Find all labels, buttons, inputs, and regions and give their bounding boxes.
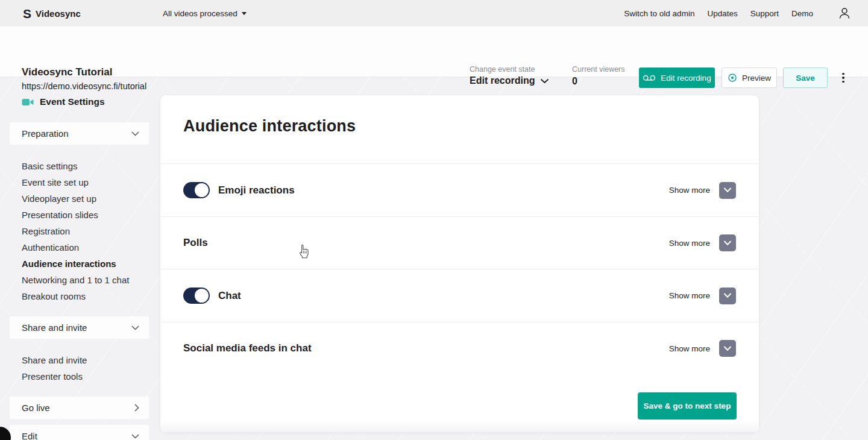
sidebar-section-preparation[interactable]: Preparation (10, 122, 149, 145)
section-edit-label: Edit (22, 431, 37, 440)
chevron-down-icon (723, 293, 732, 298)
preview-button[interactable]: Preview (722, 68, 777, 88)
app-window: S Videosync All videos processed Switch … (0, 0, 868, 440)
toggle-knob (195, 183, 209, 197)
expand-row-button[interactable] (719, 182, 736, 199)
top-bar: S Videosync All videos processed Switch … (0, 0, 868, 27)
polls-label: Polls (183, 237, 208, 249)
sidebar-title-label: Event Settings (40, 96, 105, 107)
sidebar-item-label: Registration (22, 226, 70, 236)
social-media-feeds-label: Social media feeds in chat (183, 342, 312, 354)
current-viewers-block: Current viewers 0 (572, 65, 625, 87)
chevron-down-icon (540, 78, 549, 84)
top-nav: Switch to old admin Updates Support Demo (624, 0, 851, 27)
chevron-down-icon (723, 240, 732, 246)
emoji-reactions-toggle[interactable] (183, 182, 210, 198)
chat-label: Chat (218, 290, 241, 302)
sidebar-item-label: Audience interactions (22, 259, 116, 269)
show-more-link[interactable]: Show more (669, 186, 710, 195)
videosync-logo[interactable]: S Videosync (23, 0, 81, 27)
event-state-label: Change event state (470, 65, 549, 74)
event-title: Videosync Tutorial (22, 66, 113, 78)
event-url[interactable]: https://demo.videosync.fi/tutorial (22, 81, 146, 91)
sidebar-item-share-and-invite[interactable]: Share and invite (22, 352, 87, 368)
sidebar-item-authentication[interactable]: Authentication (22, 239, 129, 256)
emoji-reactions-row: Emoji reactions Show more (160, 163, 759, 216)
sidebar-item-presenter-tools[interactable]: Presenter tools (22, 368, 87, 385)
sidebar-section-go-live[interactable]: Go live (10, 397, 149, 419)
sidebar-item-label: Event site set up (22, 177, 89, 187)
event-state-value: Edit recording (470, 75, 535, 86)
updates-link[interactable]: Updates (707, 9, 737, 18)
show-more-link[interactable]: Show more (669, 239, 710, 248)
chevron-down-icon (723, 187, 732, 193)
recording-icon (643, 75, 656, 81)
caret-down-icon (242, 12, 247, 15)
chevron-right-icon (134, 404, 139, 412)
section-golive-label: Go live (22, 403, 50, 413)
edit-recording-button[interactable]: Edit recording (639, 68, 715, 88)
sidebar-item-registration[interactable]: Registration (22, 223, 129, 239)
sidebar-item-audience-interactions[interactable]: Audience interactions (22, 256, 129, 272)
sidebar-item-label: Presenter tools (22, 371, 83, 382)
save-button-label: Save (796, 74, 815, 83)
preparation-items: Basic settings Event site set up Videopl… (22, 158, 129, 304)
expand-row-button[interactable] (719, 340, 736, 357)
videos-processed-dropdown[interactable]: All videos processed (163, 0, 247, 27)
expand-row-button[interactable] (719, 234, 736, 251)
toggle-knob (195, 289, 209, 303)
section-preparation-label: Preparation (22, 128, 69, 139)
save-next-step-button[interactable]: Save & go to next step (638, 392, 737, 420)
video-camera-icon (22, 98, 34, 107)
emoji-reactions-label: Emoji reactions (218, 184, 295, 196)
chevron-down-icon (723, 346, 732, 351)
event-header: Videosync Tutorial https://demo.videosyn… (0, 27, 868, 77)
chevron-down-icon (131, 131, 139, 136)
sidebar-title: Event Settings (22, 96, 105, 107)
current-viewers-label: Current viewers (572, 65, 625, 74)
expand-row-button[interactable] (719, 288, 736, 304)
sidebar-item-event-site-set-up[interactable]: Event site set up (22, 174, 129, 190)
sidebar-section-share-and-invite[interactable]: Share and invite (10, 316, 149, 339)
event-state-selector[interactable]: Edit recording (470, 75, 549, 86)
videosync-s-logo-icon: S (23, 7, 31, 20)
preview-button-label: Preview (742, 74, 771, 83)
user-account-button[interactable] (838, 7, 851, 20)
demo-link[interactable]: Demo (791, 9, 813, 18)
sidebar-item-networking-1to1-chat[interactable]: Networking and 1 to 1 chat (22, 272, 129, 288)
sidebar-section-edit[interactable]: Edit (10, 425, 149, 440)
videos-processed-label: All videos processed (163, 9, 237, 18)
show-more-link[interactable]: Show more (669, 291, 710, 300)
switch-to-old-admin-link[interactable]: Switch to old admin (624, 9, 694, 18)
support-link[interactable]: Support (750, 9, 779, 18)
social-media-feeds-row: Social media feeds in chat Show more (160, 322, 759, 374)
polls-row: Polls Show more (160, 216, 759, 269)
sidebar-item-label: Basic settings (22, 161, 78, 171)
preview-eye-icon (728, 73, 737, 83)
audience-interactions-panel: Audience interactions Emoji reactions Sh… (160, 95, 760, 433)
current-viewers-count: 0 (572, 76, 625, 87)
chevron-down-icon (131, 434, 139, 439)
page-title: Audience interactions (183, 117, 356, 136)
share-items: Share and invite Presenter tools (22, 352, 87, 385)
more-options-kebab-icon[interactable] (839, 71, 848, 85)
brand-name: Videosync (36, 8, 81, 19)
edit-recording-button-label: Edit recording (661, 74, 711, 83)
event-state-block: Change event state Edit recording (470, 65, 549, 86)
sidebar-item-label: Networking and 1 to 1 chat (22, 275, 129, 285)
sidebar-item-videoplayer-set-up[interactable]: Videoplayer set up (22, 190, 129, 207)
sidebar-item-label: Authentication (22, 242, 79, 253)
show-more-link[interactable]: Show more (669, 344, 710, 353)
sidebar-item-label: Videoplayer set up (22, 193, 96, 204)
sidebar-item-presentation-slides[interactable]: Presentation slides (22, 207, 129, 223)
chat-row: Chat Show more (160, 269, 759, 322)
sidebar-item-label: Share and invite (22, 355, 87, 365)
sidebar-item-breakout-rooms[interactable]: Breakout rooms (22, 288, 129, 304)
save-button[interactable]: Save (783, 68, 828, 88)
chevron-down-icon (131, 325, 139, 330)
sidebar-item-basic-settings[interactable]: Basic settings (22, 158, 129, 174)
sidebar-item-label: Breakout rooms (22, 291, 86, 301)
chat-toggle[interactable] (183, 288, 210, 304)
person-icon (838, 7, 851, 20)
section-share-label: Share and invite (22, 322, 87, 333)
